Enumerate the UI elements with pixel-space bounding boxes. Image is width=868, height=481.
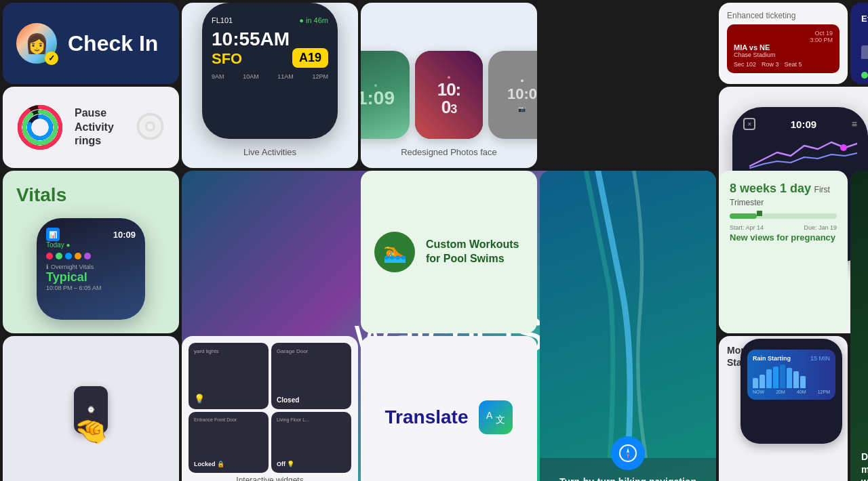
pregnancy-progress-bar: [730, 213, 837, 219]
smart-stack-card: More intelligent Smart Stack Rain Starti…: [719, 336, 848, 481]
vitals-time-range: 10:08 PM – 6:05 AM: [46, 285, 136, 291]
flight-number: FL101: [212, 16, 233, 24]
watch-face-photo: ● 10:0 📷: [488, 51, 537, 139]
translate-icon: A 文: [479, 400, 513, 434]
pregnancy-dates: Start: Apr 14 Due: Jan 19: [730, 224, 837, 231]
navigation-label: Turn-by-turn hiking navigation: [559, 476, 696, 481]
widget-living[interactable]: Living Floor L... Off 💡: [271, 412, 351, 474]
pause-activity-card: Pause Activity rings: [3, 87, 179, 168]
vitals-watch: 📊 10:09 Today ● ℹ Overnight Vitals Typic…: [37, 218, 145, 320]
vitals-card: Vitals 📊 10:09 Today ● ℹ Overnight Vital…: [3, 171, 179, 333]
route-maps-card: 🏃 OlmstedWilderness Trail Distance and r…: [850, 171, 868, 481]
photos-face-card: ● 1:09 ● 10:03 ● 10:0 📷 Redesigned Photo…: [361, 3, 537, 168]
effort-title: Effort rating: [861, 14, 868, 24]
nav-compass-icon: [611, 436, 645, 470]
pregnancy-marker: [757, 211, 762, 216]
photos-face-label: Redesigned Photos face: [401, 147, 497, 157]
hand-watch: ⌚ 🤏: [74, 344, 108, 475]
ticket-game: MIA vs NE: [734, 43, 833, 51]
svg-point-9: [840, 144, 847, 151]
pool-swims-label: Custom Workouts for Pool Swims: [426, 238, 519, 266]
interactive-widgets-label: Interactive widgets: [189, 476, 351, 481]
svg-point-8: [146, 122, 155, 130]
flight-destination: SFO: [212, 50, 242, 68]
double-tap-card: ⌚ 🤏 Double tap API: [3, 336, 179, 481]
live-activities-card: FL101 ● in 46m 10:55AM SFO A19 9AM 10AM …: [182, 3, 358, 168]
effort-bars: [861, 29, 868, 59]
flight-eta: ● in 46m: [299, 16, 328, 24]
route-map-background: 🏃: [850, 171, 868, 481]
ticket-card: Oct 19 3:00 PM MIA vs NE Chase Stadium S…: [727, 24, 840, 73]
widget-garage[interactable]: Garage Door Closed: [271, 343, 351, 409]
effort-moderate: Moderate: [861, 70, 868, 81]
svg-text:文: 文: [496, 415, 505, 425]
pregnancy-card: 8 weeks 1 day First Trimester Start: Apr…: [719, 171, 848, 333]
pause-label: Pause Activity rings: [75, 106, 124, 148]
widget-door[interactable]: Entrance Front Door Locked 🔒: [189, 412, 269, 474]
watch-face-green: ● 1:09: [361, 51, 410, 139]
interactive-widgets-card: yard lights 💡 Garage Door Closed Entranc…: [182, 336, 358, 481]
ticket-venue: Chase Stadium: [734, 51, 833, 58]
ticket-date: Oct 19 3:00 PM: [734, 30, 833, 43]
pool-swim-icon: 🏊: [374, 232, 415, 272]
vitals-today: Today ●: [46, 241, 136, 249]
widget-grid: yard lights 💡 Garage Door Closed Entranc…: [189, 343, 351, 473]
pool-swims-card: 🏊 Custom Workouts for Pool Swims: [361, 171, 537, 333]
pregnancy-weeks: 8 weeks 1 day: [730, 182, 811, 195]
pregnancy-label: New views for pregnancy: [730, 232, 835, 243]
live-activities-label: Live Activities: [243, 147, 296, 157]
flight-gate: A19: [292, 48, 328, 68]
activity-rings: [16, 104, 64, 151]
vitals-overnight-label: Overnight Vitals: [51, 264, 94, 270]
svg-point-12: [620, 445, 636, 461]
ticket-details: Sec 102 Row 3 Seat 5: [734, 61, 833, 68]
watch-face-red: ● 10:03: [415, 51, 483, 139]
translate-card: Translate A 文: [361, 336, 537, 481]
smart-stack-watch: Rain Starting 15 MIN NOW 20M 40M: [741, 339, 842, 444]
route-maps-label: Distance and route maps for more workout…: [861, 451, 868, 481]
checkin-card: 👩 Check In: [3, 3, 179, 84]
live-activities-watch: FL101 ● in 46m 10:55AM SFO A19 9AM 10AM …: [202, 3, 338, 139]
translate-label: Translate: [385, 406, 469, 428]
svg-point-7: [142, 118, 159, 134]
effort-dot: [861, 72, 868, 79]
vitals-feature-label: Vitals: [16, 184, 165, 206]
widget-lights[interactable]: yard lights 💡: [189, 343, 269, 409]
effort-card: Effort rating Moderate: [850, 3, 868, 84]
ticketing-title: Enhanced ticketing: [727, 11, 840, 20]
flight-timeline: 9AM 10AM 11AM 12PM: [212, 73, 328, 80]
ticketing-card: Enhanced ticketing Oct 19 3:00 PM MIA vs…: [719, 3, 848, 84]
checkin-avatar: 👩: [16, 23, 57, 64]
svg-text:A: A: [486, 410, 493, 421]
pregnancy-bar-fill: [730, 213, 757, 219]
pause-ring-preview: [135, 111, 165, 144]
rain-card: Rain Starting 15 MIN NOW 20M 40M: [747, 350, 835, 400]
photos-watches: ● 1:09 ● 10:03 ● 10:0 📷: [361, 51, 537, 139]
checkin-label: Check In: [68, 31, 158, 56]
nav-map-background: [540, 171, 716, 458]
flight-time: 10:55AM: [212, 28, 290, 50]
vitals-status: Typical: [46, 270, 136, 285]
navigation-card: Turn-by-turn hiking navigation: [540, 171, 716, 481]
